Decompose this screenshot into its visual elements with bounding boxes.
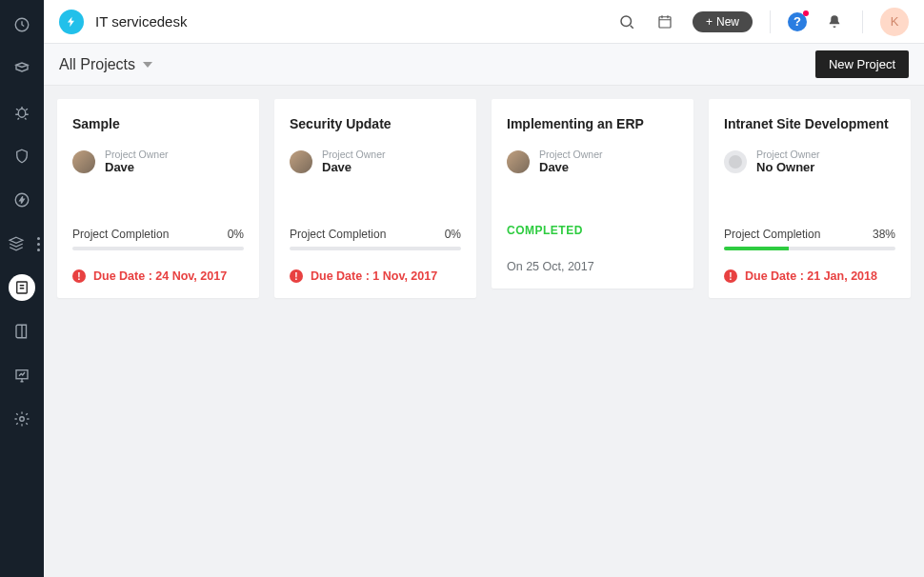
project-title: Implementing an ERP: [507, 116, 678, 131]
progress-bar: [72, 247, 244, 250]
svg-point-6: [621, 16, 632, 27]
sidebar-reports-icon[interactable]: [9, 362, 35, 388]
search-icon[interactable]: [616, 11, 637, 32]
due-date: !Due Date : 1 Nov, 2017: [290, 269, 461, 283]
project-title: Security Update: [290, 116, 461, 131]
completion-percent: 38%: [873, 228, 895, 241]
owner-name: No Owner: [756, 160, 820, 174]
completion-row: Project Completion38%: [724, 228, 895, 241]
due-date: !Due Date : 24 Nov, 2017: [72, 269, 244, 283]
progress-bar: [290, 247, 461, 250]
sidebar-layers-icon[interactable]: [3, 230, 30, 257]
page-title: IT servicedesk: [95, 13, 187, 30]
projects-filter-dropdown[interactable]: All Projects: [59, 56, 152, 73]
completion-row: Project Completion0%: [290, 228, 461, 241]
projects-grid: SampleProject OwnerDaveProject Completio…: [44, 86, 924, 577]
completion-row: Project Completion0%: [72, 228, 244, 241]
due-date-text: Due Date : 21 Jan, 2018: [745, 269, 877, 283]
owner-avatar-icon: [290, 150, 312, 173]
project-card[interactable]: Implementing an ERPProject OwnerDaveCOMP…: [492, 99, 693, 288]
bell-icon[interactable]: [824, 11, 845, 32]
sidebar-settings-icon[interactable]: [9, 406, 35, 432]
brand-logo-icon: [59, 10, 84, 34]
completed-badge: COMPLETED: [507, 224, 678, 237]
sidebar: [0, 0, 44, 577]
due-date: !Due Date : 21 Jan, 2018: [724, 269, 895, 283]
owner-label: Project Owner: [105, 149, 169, 160]
completion-label: Project Completion: [72, 228, 169, 241]
filter-label: All Projects: [59, 56, 135, 73]
divider: [770, 10, 771, 33]
alert-icon: !: [724, 269, 737, 283]
owner-name: Dave: [539, 160, 603, 174]
svg-rect-3: [17, 282, 28, 293]
due-date-text: Due Date : 1 Nov, 2017: [311, 269, 437, 283]
sidebar-dashboard-icon[interactable]: [9, 11, 35, 38]
new-button[interactable]: +New: [693, 11, 753, 32]
sidebar-more-icon[interactable]: [35, 237, 41, 251]
alert-icon: !: [72, 269, 86, 283]
sidebar-tickets-icon[interactable]: [9, 55, 35, 82]
completion-percent: 0%: [228, 228, 244, 241]
owner-name: Dave: [105, 160, 169, 174]
owner-label: Project Owner: [539, 149, 603, 160]
calendar-icon[interactable]: [654, 11, 675, 32]
owner-row: Project OwnerDave: [507, 149, 678, 174]
sidebar-projects-icon[interactable]: [9, 274, 35, 301]
project-card[interactable]: SampleProject OwnerDaveProject Completio…: [57, 99, 259, 298]
svg-point-1: [18, 109, 26, 117]
subheader: All Projects New Project: [44, 44, 924, 86]
sidebar-book-icon[interactable]: [9, 318, 35, 345]
topbar: IT servicedesk +New ? K: [44, 0, 924, 44]
sidebar-bug-icon[interactable]: [9, 99, 35, 126]
owner-row: Project OwnerDave: [290, 149, 461, 174]
alert-icon: !: [290, 269, 303, 283]
owner-label: Project Owner: [322, 149, 386, 160]
sidebar-bolt-icon[interactable]: [9, 187, 35, 213]
project-title: Intranet Site Development: [724, 116, 895, 131]
project-card[interactable]: Intranet Site DevelopmentProject OwnerNo…: [709, 99, 911, 298]
owner-label: Project Owner: [756, 149, 820, 160]
divider: [862, 10, 863, 33]
chevron-down-icon: [143, 62, 152, 68]
progress-fill: [724, 247, 789, 250]
user-avatar[interactable]: K: [880, 8, 909, 36]
owner-avatar-icon: [507, 150, 530, 173]
owner-row: Project OwnerDave: [72, 149, 244, 174]
notification-dot-icon: [803, 10, 809, 16]
svg-point-5: [20, 417, 25, 422]
plus-icon: +: [706, 15, 713, 29]
completion-percent: 0%: [445, 228, 461, 241]
sidebar-shield-icon[interactable]: [9, 143, 35, 169]
owner-row: Project OwnerNo Owner: [724, 149, 895, 174]
project-card[interactable]: Security UpdateProject OwnerDaveProject …: [274, 99, 476, 298]
completion-label: Project Completion: [290, 228, 386, 241]
owner-avatar-icon: [72, 150, 95, 173]
owner-name: Dave: [322, 160, 386, 174]
new-project-button[interactable]: New Project: [815, 50, 909, 78]
project-title: Sample: [72, 116, 244, 131]
owner-avatar-icon: [724, 150, 747, 173]
completion-date: On 25 Oct, 2017: [507, 260, 678, 273]
svg-point-2: [15, 193, 29, 207]
completion-label: Project Completion: [724, 228, 820, 241]
due-date-text: Due Date : 24 Nov, 2017: [93, 269, 227, 283]
progress-bar: [724, 247, 895, 250]
